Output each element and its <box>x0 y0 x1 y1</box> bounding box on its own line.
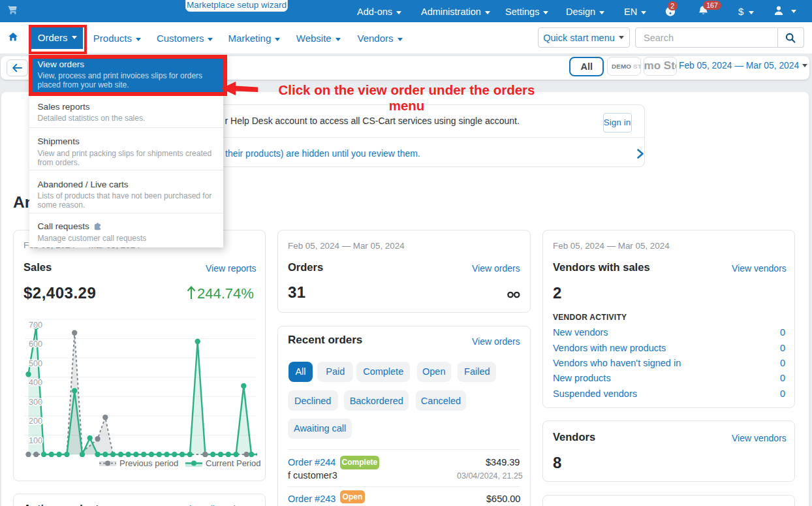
svg-text:700: 700 <box>29 321 42 330</box>
svg-text:100: 100 <box>29 436 42 445</box>
svg-text:500: 500 <box>29 359 42 368</box>
svg-text:300: 300 <box>29 398 42 407</box>
svg-text:600: 600 <box>29 340 42 349</box>
svg-text:400: 400 <box>29 378 42 387</box>
svg-text:200: 200 <box>29 417 42 426</box>
